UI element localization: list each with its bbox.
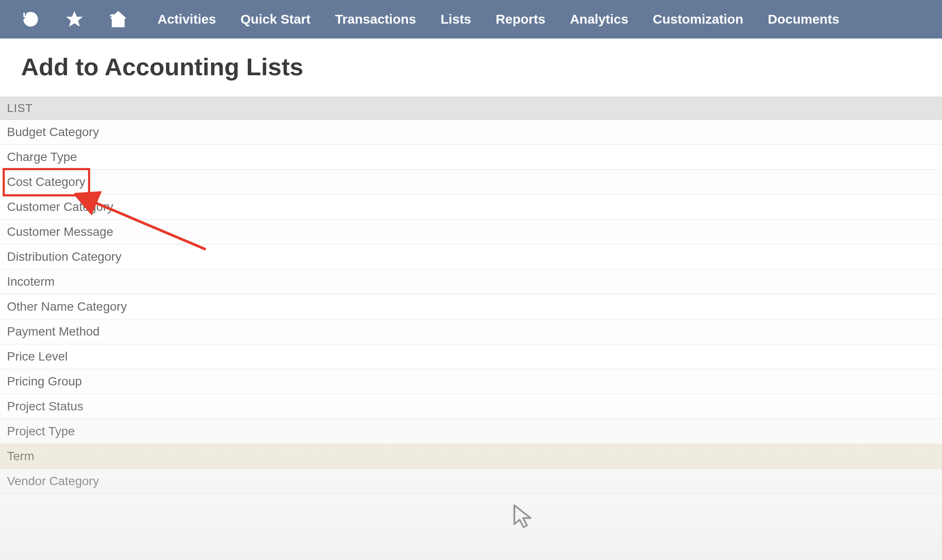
list-row-label: Distribution Category [7,250,121,263]
list-row[interactable]: Customer Message [0,220,942,245]
list-row-label: Customer Message [7,225,113,238]
star-icon[interactable] [61,10,88,28]
nav-transactions[interactable]: Transactions [335,12,416,27]
page-heading: Add to Accounting Lists [0,38,942,97]
list-row-label: Other Name Category [7,300,127,313]
list-row[interactable]: Budget Category [0,120,942,145]
list-row[interactable]: Project Status [0,394,942,419]
cursor-icon [512,503,538,534]
list-row-label: Term [7,449,34,463]
nav-documents[interactable]: Documents [768,12,839,27]
list-row[interactable]: Incoterm [0,270,942,294]
recent-icon[interactable] [18,10,44,28]
page-title: Add to Accounting Lists [21,52,921,81]
list-row[interactable]: Charge Type [0,145,942,170]
top-nav: Activities Quick Start Transactions List… [0,0,942,38]
nav-reports[interactable]: Reports [496,12,545,27]
nav-analytics[interactable]: Analytics [570,12,628,27]
list-row-label: Budget Category [7,125,99,139]
list-row[interactable]: Distribution Category [0,245,942,270]
list-row-label: Pricing Group [7,374,82,388]
list-row[interactable]: Vendor Category [0,469,942,494]
home-icon[interactable] [105,10,131,29]
list-row[interactable]: Customer Category [0,195,942,220]
list-column-header: LIST [0,97,942,120]
list-row[interactable]: Pricing Group [0,369,942,394]
list-row[interactable]: Term [0,444,942,469]
svg-marker-3 [514,505,531,527]
nav-customization[interactable]: Customization [653,12,743,27]
list-row-label: Project Status [7,399,83,413]
list-row-label: Project Type [7,424,75,438]
list-row[interactable]: Price Level [0,344,942,369]
nav-items: Activities Quick Start Transactions List… [158,12,839,27]
list-row[interactable]: Other Name Category [0,294,942,319]
list-row-label: Vendor Category [7,474,99,488]
list-row[interactable]: Cost Category [0,170,942,195]
accounting-lists-table: LIST Budget CategoryCharge TypeCost Cate… [0,97,942,494]
list-row-label: Cost Category [7,175,85,189]
list-row-label: Payment Method [7,325,100,338]
nav-activities[interactable]: Activities [158,12,216,27]
nav-quick-start[interactable]: Quick Start [240,12,310,27]
svg-marker-0 [67,12,81,26]
list-row-label: Price Level [7,350,68,363]
list-row-label: Charge Type [7,150,77,164]
list-row-label: Customer Category [7,200,113,214]
list-row[interactable]: Payment Method [0,319,942,344]
list-row[interactable]: Project Type [0,419,942,444]
nav-lists[interactable]: Lists [441,12,471,27]
list-row-label: Incoterm [7,275,55,288]
